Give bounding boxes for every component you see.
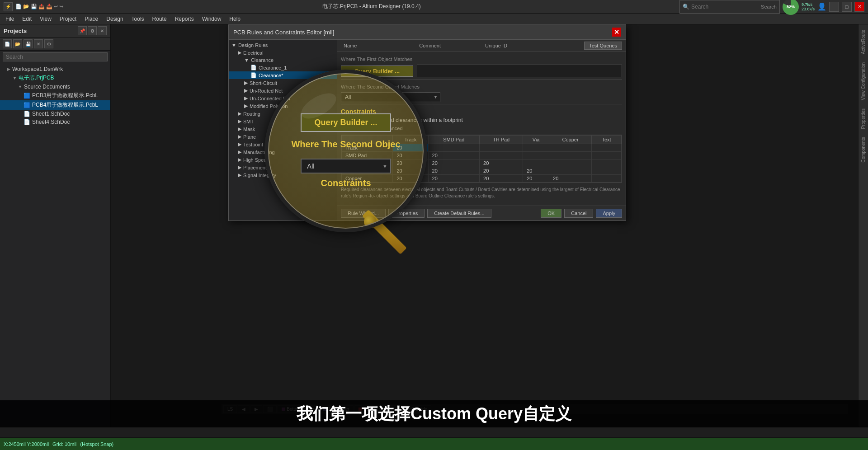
ok-btn[interactable]: OK (541, 209, 561, 218)
rules-tree-high-speed[interactable]: ▶ High Speed (229, 156, 337, 164)
panel-pin-btn[interactable]: 📌 (78, 26, 87, 35)
rules-tree-electrical[interactable]: ▶ Electrical (229, 49, 337, 56)
rules-tree-mask[interactable]: ▶ Mask (229, 125, 337, 133)
save-btn[interactable]: 💾 (24, 39, 33, 48)
rule-wizard-btn[interactable]: Rule Wizard... (341, 209, 386, 218)
rules-tree-routing[interactable]: ▶ Routing (229, 110, 337, 117)
query-builder-btn-first[interactable]: Query Builder ... (341, 66, 413, 77)
cell-copper-smdpad[interactable]: 20 (428, 175, 479, 183)
all-select-wrapper[interactable]: All (341, 92, 440, 102)
rules-tree-placement[interactable]: ▶ Placement (229, 164, 337, 171)
menu-route[interactable]: Route (149, 15, 170, 23)
simple-radio-item[interactable]: Simple (341, 125, 364, 131)
cell-via-smdpad[interactable]: 20 (428, 167, 479, 175)
workspace-item[interactable]: ▶ Workspace1.DsnWrk (0, 65, 110, 73)
arrow-icon: ▶ (238, 172, 241, 178)
cell-thpad-smdpad[interactable]: 20 (428, 159, 479, 167)
apply-btn[interactable]: Apply (596, 209, 622, 218)
rules-dialog-close-btn[interactable]: ✕ (612, 28, 621, 37)
properties-btn[interactable]: Properties (388, 209, 425, 218)
close-project-btn[interactable]: ✕ (34, 39, 43, 48)
cell-via-thpad[interactable]: 20 (480, 167, 523, 175)
open-btn[interactable]: 📂 (13, 39, 22, 48)
rules-tree-clearance1[interactable]: 📄 Clearance_1 (229, 64, 337, 71)
cell-thpad-track[interactable]: 20 (393, 159, 428, 167)
menu-place[interactable]: Place (81, 15, 102, 23)
create-default-btn[interactable]: Create Default Rules... (427, 209, 491, 218)
rules-tree-plane[interactable]: ▶ Plane (229, 133, 337, 141)
rules-tree-signal-integrity[interactable]: ▶ Signal Integrity (229, 171, 337, 179)
header-track: Track (393, 136, 428, 144)
menu-help[interactable]: Help (226, 15, 244, 23)
menu-edit[interactable]: Edit (19, 15, 35, 23)
ignore-pad-checkbox[interactable] (341, 117, 347, 123)
clearance-label: Clearance (251, 57, 274, 63)
advanced-radio-item[interactable]: Advanced (373, 125, 403, 131)
cell-copper-via[interactable]: 20 (523, 175, 549, 183)
close-button[interactable]: ✕ (854, 2, 864, 12)
rules-tree-unrouted-net[interactable]: ▶ Un-Routed Net (229, 87, 337, 94)
menu-project[interactable]: Project (56, 15, 80, 23)
settings-project-btn[interactable]: ⚙ (44, 39, 53, 48)
sheet1-item[interactable]: 📄 Sheet1.SchDoc (0, 110, 110, 118)
rules-tree-clearance-star[interactable]: 📄 Clearance* (229, 71, 337, 79)
arrow-icon: ▼ (13, 76, 17, 80)
cell-via-via[interactable]: 20 (523, 167, 549, 175)
rules-tree-short-circuit[interactable]: ▶ Short-Circuit (229, 79, 337, 87)
cell-via-track[interactable]: 20 (393, 167, 428, 175)
menu-reports[interactable]: Reports (171, 15, 198, 23)
pcb3-item[interactable]: 🟦 PCB3用于做教程展示.PcbL (0, 91, 110, 100)
new-btn[interactable]: 📄 (3, 39, 12, 48)
right-panel-components[interactable]: Components (859, 133, 867, 166)
right-panel-properties[interactable]: Properties (859, 105, 867, 133)
cell-smdpad-track[interactable]: 20 (393, 152, 428, 159)
test-queries-button[interactable]: Test Queries (584, 42, 622, 50)
cell-copper-track[interactable]: 20 (393, 175, 428, 183)
cell-track-track[interactable]: 20 (393, 144, 428, 152)
source-docs-item[interactable]: ▼ Source Documents (0, 83, 110, 91)
maximize-button[interactable]: □ (842, 2, 852, 12)
panel-settings-btn[interactable]: ⚙ (88, 26, 97, 35)
cell-smdpad-thpad (480, 152, 523, 159)
menu-window[interactable]: Window (198, 15, 225, 23)
simple-radio[interactable] (341, 125, 347, 131)
rules-tree-modified-polygon[interactable]: ▶ Modified Polygon (229, 102, 337, 110)
menu-view[interactable]: View (36, 15, 55, 23)
arrow-icon: ▼ (244, 57, 249, 63)
advanced-radio[interactable] (373, 125, 379, 131)
right-panel-activeroute[interactable]: ActiveRoute (859, 26, 867, 58)
pcb4-item[interactable]: 🟦 PCB4用于做教程展示.PcbL (0, 100, 110, 110)
project-search-input[interactable] (6, 54, 78, 60)
rules-tree-smt[interactable]: ▶ SMT (229, 117, 337, 125)
sheet4-item[interactable]: 📄 Sheet4.SchDoc (0, 118, 110, 126)
clearance-table-wrapper: Track SMD Pad TH Pad Via Copper Text (341, 135, 622, 183)
rules-tree-manufacturing[interactable]: ▶ Manufacturing (229, 148, 337, 156)
right-panel-view-config[interactable]: View Configuration (859, 59, 867, 104)
rules-tree-clearance[interactable]: ▼ Clearance (229, 56, 337, 64)
project-search-box[interactable] (3, 52, 108, 61)
constraints-label: Constraints (341, 108, 622, 115)
cell-thpad-thpad[interactable]: 20 (480, 159, 523, 167)
center-area: PCB Rules and Constraints Editor [mil] ✕… (111, 24, 858, 427)
minimize-button[interactable]: ─ (829, 2, 839, 12)
cell-smdpad-smdpad[interactable]: 20 (428, 152, 479, 159)
menu-file[interactable]: File (2, 15, 18, 23)
left-panel: Projects 📌 ⚙ ✕ 📄 📂 💾 ✕ ⚙ ▶ Workspace1.Ds… (0, 24, 111, 427)
rules-tree-unconnected-pin[interactable]: ▶ Un-Connected Pin (229, 94, 337, 102)
rules-tree-design-rules[interactable]: ▼ Design Rules (229, 42, 337, 49)
rules-tree-testpoint[interactable]: ▶ Testpoint (229, 141, 337, 148)
arrow-icon: ▶ (7, 67, 10, 71)
all-select[interactable]: All (341, 92, 440, 102)
top-search-bar[interactable]: 🔍 Search (679, 0, 780, 14)
cell-copper-thpad[interactable]: 20 (480, 175, 523, 183)
file-icon: 📄 (24, 119, 30, 125)
panel-close-btn[interactable]: ✕ (98, 26, 107, 35)
cancel-btn[interactable]: Cancel (564, 209, 593, 218)
user-icon[interactable]: 👤 (817, 2, 826, 11)
top-search-input[interactable] (691, 4, 759, 10)
menu-tools[interactable]: Tools (128, 15, 148, 23)
menu-design[interactable]: Design (103, 15, 127, 23)
cell-copper-copper[interactable]: 20 (549, 175, 592, 183)
constraint-area: Ignore Pad to Pad clearances within a fo… (341, 117, 622, 199)
project-item[interactable]: ▼ 电子芯.PrjPCB (0, 73, 110, 83)
